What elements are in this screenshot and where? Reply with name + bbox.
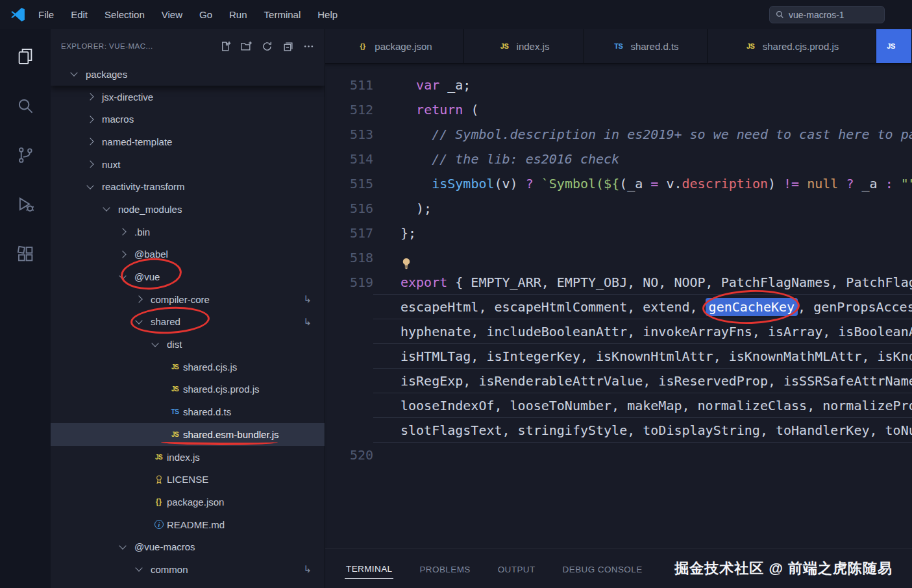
command-center-search[interactable]: vue-macros-1 <box>769 6 885 23</box>
json-file-icon: {} <box>356 42 369 50</box>
line-number: 514 <box>325 147 373 171</box>
chevron-down-icon <box>120 276 134 278</box>
chevron-down-icon <box>88 186 102 188</box>
lightbulb-icon[interactable] <box>401 258 412 269</box>
tree-item-jsx-directive[interactable]: jsx-directive <box>51 86 325 108</box>
tab-shared-d-ts[interactable]: TSshared.d.ts <box>584 29 708 63</box>
file-icon-slot: i <box>153 520 167 529</box>
line-number: 512 <box>325 97 373 122</box>
js-file-icon: JS <box>169 431 181 438</box>
line-content <box>373 443 912 467</box>
ts-file-icon: TS <box>169 408 181 415</box>
tree-item-readme-md[interactable]: iREADME.md <box>51 513 325 536</box>
tree-item-label: @babel <box>134 249 168 260</box>
tree-item-license[interactable]: LICENSE <box>51 468 325 491</box>
explorer-toolbar <box>220 41 314 52</box>
line-content: return ( <box>373 97 912 122</box>
tree-item-dist[interactable]: dist <box>51 333 325 356</box>
refresh-icon[interactable] <box>262 41 273 52</box>
tree-item-babel[interactable]: @babel <box>51 243 325 266</box>
tree-item-label: shared.esm-bundler.js <box>183 429 279 440</box>
new-folder-icon[interactable] <box>241 41 252 52</box>
tree-item-label: README.md <box>167 519 225 530</box>
tree-item-label: macros <box>102 114 134 125</box>
watermark-text: 掘金技术社区 @ 前端之虎陈随易 <box>674 559 893 578</box>
line-number: 516 <box>325 196 373 221</box>
vscode-window: FileEditSelectionViewGoRunTerminalHelp v… <box>0 0 912 588</box>
tab-label: shared.cjs.prod.js <box>763 41 839 52</box>
tree-item-vue-macros[interactable]: @vue-macros <box>51 535 325 558</box>
menu-view[interactable]: View <box>153 9 191 20</box>
tree-item-node-modules[interactable]: node_modules <box>51 198 325 221</box>
tree-item-shared-cjs-js[interactable]: JSshared.cjs.js <box>51 356 325 378</box>
activity-run-and-debug-icon[interactable] <box>0 180 51 229</box>
chevron-right-icon <box>120 252 134 257</box>
tree-item-label: index.js <box>167 452 200 463</box>
tree-item-packages[interactable]: packages <box>51 63 325 86</box>
tree-item-bin[interactable]: .bin <box>51 221 325 243</box>
line-content: isRegExp, isRenderableAttrValue, isReser… <box>373 369 912 393</box>
menu-file[interactable]: File <box>30 9 62 20</box>
tree-item-label: common <box>151 564 188 575</box>
ts-file-icon: TS <box>612 42 624 50</box>
line-content: ); <box>373 196 912 221</box>
tree-item-vue[interactable]: @vue <box>51 265 325 288</box>
chevron-right-icon <box>88 94 102 99</box>
line-content <box>373 245 912 270</box>
code-line-519-wrap-9: escapeHtml, escapeHtmlComment, extend, g… <box>325 295 912 319</box>
menu-help[interactable]: Help <box>309 9 346 20</box>
line-content: }; <box>373 221 912 245</box>
collapse-all-icon[interactable] <box>282 41 293 52</box>
menu-go[interactable]: Go <box>191 9 221 20</box>
panel-tab-output[interactable]: OUTPUT <box>497 559 537 579</box>
tree-item-index-js[interactable]: JSindex.js <box>51 446 325 469</box>
line-number: 517 <box>325 221 373 245</box>
panel-tab-problems[interactable]: PROBLEMS <box>418 559 471 579</box>
line-content: isSymbol(v) ? `Symbol(${(_a = v.descript… <box>373 171 912 196</box>
tree-item-label: shared.cjs.prod.js <box>183 384 260 395</box>
tab-active-partial[interactable]: JS <box>876 29 912 63</box>
tree-item-shared-cjs-prod-js[interactable]: JSshared.cjs.prod.js <box>51 378 325 401</box>
js-file-icon: JS <box>169 386 181 393</box>
code-editor[interactable]: 511 var _a;512 return (513 // Symbol.des… <box>325 64 912 548</box>
tree-item-reactivity-transform[interactable]: reactivity-transform <box>51 175 325 198</box>
more-actions-icon[interactable] <box>303 41 314 52</box>
tab-package-json[interactable]: {}package.json <box>325 29 464 63</box>
menu-edit[interactable]: Edit <box>62 9 96 20</box>
chevron-down-icon <box>104 208 118 210</box>
tree-item-label: packages <box>86 69 127 80</box>
tab-shared-cjs-prod-js[interactable]: JSshared.cjs.prod.js <box>708 29 876 63</box>
activity-extensions-icon[interactable] <box>0 229 51 278</box>
tree-item-common[interactable]: common↳ <box>51 558 325 581</box>
tree-item-shared-d-ts[interactable]: TSshared.d.ts <box>51 400 325 423</box>
code-line-511: 511 var _a; <box>325 73 912 97</box>
line-number: 513 <box>325 122 373 147</box>
panel-tab-debug-console[interactable]: DEBUG CONSOLE <box>561 559 644 579</box>
tree-item-compiler-core[interactable]: compiler-core↳ <box>51 288 325 311</box>
tree-item-shared-esm-bundler-js[interactable]: JSshared.esm-bundler.js <box>51 423 325 446</box>
symlink-arrow-icon: ↳ <box>303 563 312 575</box>
new-file-icon[interactable] <box>220 41 231 52</box>
activity-search-icon[interactable] <box>0 81 51 130</box>
activity-files-icon[interactable] <box>0 32 51 81</box>
menu-bar: FileEditSelectionViewGoRunTerminalHelp <box>30 9 346 21</box>
menu-terminal[interactable]: Terminal <box>256 9 310 20</box>
panel-tab-terminal[interactable]: TERMINAL <box>345 558 393 579</box>
tree-item-named-template[interactable]: named-template <box>51 130 325 153</box>
line-number <box>325 369 373 393</box>
code-line-519-wrap-11: isHTMLTag, isIntegerKey, isKnownHtmlAttr… <box>325 344 912 369</box>
tree-item-shared[interactable]: shared↳ <box>51 311 325 334</box>
activity-source-control-icon[interactable] <box>0 130 51 180</box>
main-area: EXPLORER: VUE-MAC... packagesjsx-directi… <box>0 29 912 588</box>
tree-item-package-json[interactable]: {}package.json <box>51 491 325 513</box>
highlighted-symbol: genCacheKey <box>706 298 798 316</box>
menu-selection[interactable]: Selection <box>96 9 153 20</box>
file-icon-slot: JS <box>169 386 183 393</box>
file-icon-slot: JS <box>153 454 167 461</box>
menu-run[interactable]: Run <box>221 9 256 20</box>
tree-item-nuxt[interactable]: nuxt <box>51 153 325 176</box>
tab-index-js[interactable]: JSindex.js <box>464 29 584 63</box>
tree-item-macros[interactable]: macros <box>51 108 325 130</box>
line-content: isHTMLTag, isIntegerKey, isKnownHtmlAttr… <box>373 344 912 369</box>
tab-label: index.js <box>517 41 550 52</box>
